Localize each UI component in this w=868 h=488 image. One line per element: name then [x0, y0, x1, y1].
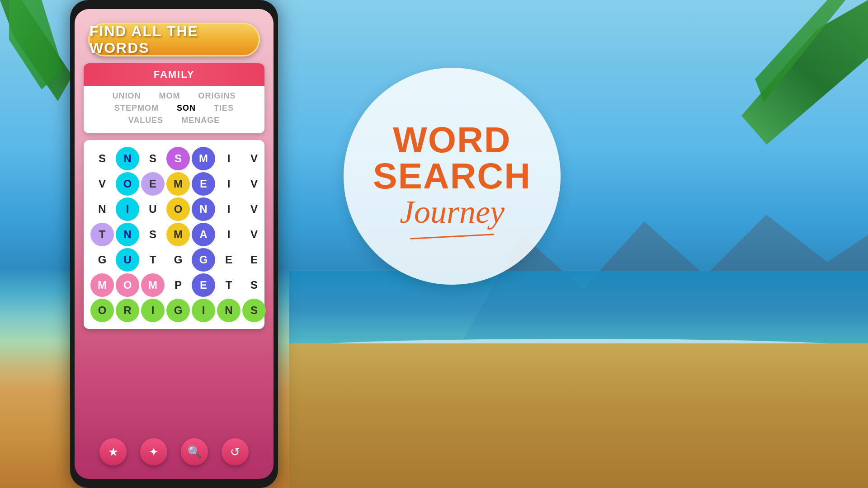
cell-1-5[interactable]: I — [217, 172, 241, 196]
word-union: UNION — [112, 91, 141, 101]
cell-0-4[interactable]: M — [192, 147, 215, 170]
magic-button[interactable]: ✦ — [140, 438, 167, 465]
word-ties: TIES — [214, 103, 234, 113]
cell-6-5[interactable]: N — [217, 299, 241, 322]
cell-6-1[interactable]: R — [116, 299, 139, 322]
word-values: VALUES — [128, 116, 164, 125]
cell-2-5[interactable]: I — [217, 197, 241, 221]
cell-0-0[interactable]: S — [90, 147, 114, 170]
cell-2-0[interactable]: N — [90, 197, 114, 221]
title-text: FIND ALL THE WORDS — [90, 23, 259, 56]
cell-2-6[interactable]: V — [242, 197, 266, 221]
word-row-3: VALUES MENAGE — [93, 116, 255, 125]
cell-1-4[interactable]: E — [192, 172, 215, 196]
branding-circle: WORDSEARCH Journey — [344, 68, 561, 285]
brand-word-search: WORDSEARCH — [373, 122, 531, 194]
cell-1-2[interactable]: E — [141, 172, 165, 196]
cell-2-3[interactable]: O — [166, 197, 190, 221]
cell-3-3[interactable]: M — [166, 223, 190, 246]
cell-3-4[interactable]: A — [192, 223, 215, 246]
word-row-2: STEPMOM SON TIES — [93, 103, 255, 113]
cell-6-6[interactable]: S — [242, 299, 266, 322]
word-list: UNION MOM ORIGINS STEPMOM SON TIES VALUE… — [84, 86, 264, 133]
favorites-button[interactable]: ★ — [99, 438, 127, 465]
phone-frame: FIND ALL THE WORDS FAMILY UNION MOM ORIG… — [70, 0, 278, 488]
search-button[interactable]: 🔍 — [181, 438, 208, 465]
cell-5-5[interactable]: T — [217, 273, 241, 297]
cell-0-5[interactable]: I — [217, 147, 241, 170]
cell-0-2[interactable]: S — [141, 147, 165, 170]
cell-4-0[interactable]: G — [90, 248, 114, 272]
cell-5-0[interactable]: M — [90, 273, 114, 297]
grid-container: S N S S M I V V O E M E I V N I U O N — [84, 140, 264, 329]
word-menage: MENAGE — [181, 116, 220, 125]
cell-4-3[interactable]: G — [166, 248, 190, 272]
cell-2-2[interactable]: U — [141, 197, 165, 221]
brand-journey: Journey — [400, 194, 505, 230]
cell-0-1[interactable]: N — [116, 147, 139, 170]
cell-1-1[interactable]: O — [116, 172, 139, 196]
cell-3-5[interactable]: I — [217, 223, 241, 246]
cell-6-4[interactable]: I — [192, 299, 215, 322]
cell-2-4[interactable]: N — [192, 197, 215, 221]
cell-0-6[interactable]: V — [242, 147, 266, 170]
letter-grid: S N S S M I V V O E M E I V N I U O N — [90, 147, 258, 322]
cell-1-6[interactable]: V — [242, 172, 266, 196]
cell-4-4[interactable]: G — [192, 248, 215, 272]
word-panel-header: FAMILY — [84, 63, 264, 86]
cell-1-0[interactable]: V — [90, 172, 114, 196]
word-mom: MOM — [159, 91, 180, 101]
cell-4-6[interactable]: E — [242, 248, 266, 272]
phone-screen: FIND ALL THE WORDS FAMILY UNION MOM ORIG… — [75, 9, 274, 479]
cell-4-5[interactable]: E — [217, 248, 241, 272]
sand — [289, 343, 868, 488]
word-origins: ORIGINS — [198, 91, 236, 101]
title-banner: FIND ALL THE WORDS — [88, 23, 260, 56]
cell-2-1[interactable]: I — [116, 197, 139, 221]
cell-3-6[interactable]: V — [242, 223, 266, 246]
cell-5-6[interactable]: S — [242, 273, 266, 297]
cell-6-3[interactable]: G — [166, 299, 190, 322]
cell-5-3[interactable]: P — [166, 273, 190, 297]
word-panel: FAMILY UNION MOM ORIGINS STEPMOM SON TIE… — [84, 63, 264, 133]
cell-0-3[interactable]: S — [166, 147, 190, 170]
cell-5-2[interactable]: M — [141, 273, 165, 297]
cell-6-0[interactable]: O — [90, 299, 114, 322]
word-son: SON — [177, 103, 196, 113]
cell-4-2[interactable]: T — [141, 248, 165, 272]
category-title: FAMILY — [154, 69, 195, 80]
cell-5-1[interactable]: O — [116, 273, 139, 297]
cell-3-0[interactable]: T — [90, 223, 114, 246]
bottom-bar: ★ ✦ 🔍 ↺ — [79, 438, 269, 465]
cell-3-1[interactable]: N — [116, 223, 139, 246]
cell-4-1[interactable]: U — [116, 248, 139, 272]
cell-5-4[interactable]: E — [192, 273, 215, 297]
cell-6-2[interactable]: I — [141, 299, 165, 322]
refresh-button[interactable]: ↺ — [222, 438, 249, 465]
cell-1-3[interactable]: M — [166, 172, 190, 196]
cell-3-2[interactable]: S — [141, 223, 165, 246]
word-row-1: UNION MOM ORIGINS — [93, 91, 255, 101]
word-stepmom: STEPMOM — [114, 103, 159, 113]
